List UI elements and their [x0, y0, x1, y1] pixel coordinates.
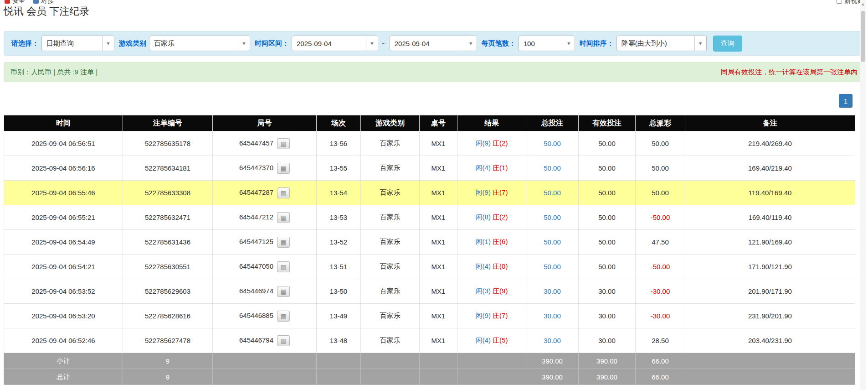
records-tfoot: 小计9390.00390.0066.00总计9390.00390.0066.00	[4, 353, 855, 385]
total-bet-link[interactable]: 30.00	[544, 287, 561, 295]
roadmap-icon[interactable]: ▦	[277, 311, 290, 322]
total-game_type	[361, 369, 420, 385]
total-bet-link[interactable]: 50.00	[544, 213, 561, 221]
summary-notice: 同局有效投注，统一计算在该局第一张注单内	[721, 68, 858, 77]
date-from-value: 2025-09-04	[292, 36, 366, 51]
roadmap-icon[interactable]: ▦	[277, 261, 290, 272]
column-header-game_type: 游戏类别	[361, 115, 420, 131]
top-link-1[interactable]: 安全	[5, 0, 25, 5]
cell-remark: 219.40/269.40	[685, 131, 855, 156]
cell-table-no: MX1	[420, 205, 457, 230]
chevron-down-icon[interactable]: ▾	[465, 36, 477, 51]
roadmap-icon[interactable]: ▦	[277, 187, 290, 198]
cell-round-id: 645446794▦	[213, 328, 317, 353]
subtotal-game_type	[361, 353, 420, 369]
table-row[interactable]: 2025-09-04 06:53:20522785628616645446885…	[4, 304, 855, 328]
table-row[interactable]: 2025-09-04 06:54:49522785631436645447125…	[4, 230, 855, 255]
cell-valid-bet: 30.00	[579, 328, 636, 353]
cell-game-type: 百家乐	[361, 205, 420, 230]
roadmap-icon[interactable]: ▦	[277, 335, 290, 346]
roadmap-icon[interactable]: ▦	[277, 138, 290, 149]
cell-game-type: 百家乐	[361, 255, 420, 279]
cell-session: 13-50	[317, 279, 361, 304]
total-bet-link[interactable]: 30.00	[544, 337, 561, 344]
table-row[interactable]: 2025-09-04 06:53:52522785629603645446974…	[4, 279, 855, 304]
cell-session: 13-52	[317, 230, 361, 255]
cell-round-id: 645447125▦	[213, 230, 317, 255]
cell-round-id: 645447287▦	[213, 181, 317, 205]
subtotal-session	[317, 353, 361, 369]
chevron-down-icon[interactable]: ▾	[694, 36, 706, 51]
cell-session: 13-55	[317, 156, 361, 181]
top-link-2[interactable]: 对接	[33, 0, 54, 5]
cell-game-type: 百家乐	[361, 181, 420, 205]
result-player: 闲(8)	[476, 213, 491, 221]
date-to-combobox[interactable]: 2025-09-04 ▾	[390, 36, 477, 51]
vertical-scrollbar-thumb[interactable]	[861, 11, 865, 62]
total-bet-link[interactable]: 30.00	[544, 312, 561, 320]
result-player: 闲(3)	[476, 287, 491, 295]
cell-game-type: 百家乐	[361, 304, 420, 328]
table-row[interactable]: 2025-09-04 06:55:46522785633308645447287…	[4, 181, 855, 205]
cell-valid-bet: 50.00	[579, 156, 636, 181]
cell-table-no: MX1	[420, 230, 457, 255]
roadmap-icon[interactable]: ▦	[277, 286, 290, 297]
roadmap-icon[interactable]: ▦	[277, 212, 290, 223]
cell-valid-bet: 50.00	[579, 181, 636, 205]
cell-time: 2025-09-04 06:54:49	[4, 230, 123, 255]
scroll-up-icon[interactable]: ▲	[860, 2, 866, 6]
table-row[interactable]: 2025-09-04 06:54:21522785630551645447050…	[4, 255, 855, 279]
cell-session: 13-56	[317, 131, 361, 156]
filter-label-page-size: 每页笔数：	[482, 39, 516, 48]
sort-order-combobox[interactable]: 降幂(由大到小) ▾	[616, 36, 707, 51]
cell-result: 闲(4) 庄(5)	[457, 328, 526, 353]
cell-bet-id: 522785630551	[123, 255, 213, 279]
filter-label-query-type: 请选择：	[11, 39, 39, 48]
roadmap-icon[interactable]: ▦	[277, 163, 290, 174]
table-row[interactable]: 2025-09-04 06:56:51522785635178645447457…	[4, 131, 855, 156]
cell-total-bet: 50.00	[526, 230, 579, 255]
table-row[interactable]: 2025-09-04 06:56:16522785634181645447370…	[4, 156, 855, 181]
new-window-button[interactable]: 新视窗	[837, 0, 863, 5]
round-id-value: 645447370	[239, 163, 273, 171]
chevron-down-icon[interactable]: ▾	[238, 36, 250, 51]
cell-table-no: MX1	[420, 181, 457, 205]
game-type-combobox[interactable]: 百家乐 ▾	[149, 36, 250, 51]
cell-table-no: MX1	[420, 328, 457, 353]
cell-result: 闲(4) 庄(1)	[457, 156, 526, 181]
cell-time: 2025-09-04 06:53:52	[4, 279, 123, 304]
date-from-combobox[interactable]: 2025-09-04 ▾	[292, 36, 378, 51]
cell-bet-id: 522785632471	[123, 205, 213, 230]
cell-game-type: 百家乐	[361, 328, 420, 353]
round-id-value: 645447050	[239, 262, 273, 270]
cell-table-no: MX1	[420, 279, 457, 304]
search-button[interactable]: 查询	[713, 36, 742, 52]
chevron-down-icon[interactable]: ▾	[563, 36, 575, 51]
table-header-row: 时间注单编号局号场次游戏类别桌号结果总投注有效投注总派彩备注	[4, 115, 855, 131]
query-type-combobox[interactable]: 日期查询 ▾	[41, 36, 114, 51]
result-player: 闲(1)	[476, 238, 491, 245]
cell-payout: -50.00	[636, 255, 685, 279]
page-size-combobox[interactable]: 100 ▾	[519, 36, 575, 51]
total-bet-link[interactable]: 50.00	[544, 140, 561, 147]
subtotal-bet_id: 9	[123, 353, 213, 369]
total-bet-link[interactable]: 50.00	[544, 263, 561, 270]
table-row[interactable]: 2025-09-04 06:52:46522785627478645446794…	[4, 328, 855, 353]
cell-payout: 50.00	[636, 156, 685, 181]
chevron-down-icon[interactable]: ▾	[366, 36, 378, 51]
summary-bar: 币别：人民币 | 总共 :9 注单 | 同局有效投注，统一计算在该局第一张注单内	[4, 62, 864, 82]
records-tbody: 2025-09-04 06:56:51522785635178645447457…	[4, 131, 855, 353]
table-row[interactable]: 2025-09-04 06:55:21522785632471645447212…	[4, 205, 855, 230]
cell-bet-id: 522785631436	[123, 230, 213, 255]
summary-currency-count: 币别：人民币 | 总共 :9 注单 |	[10, 68, 98, 77]
column-header-time: 时间	[4, 115, 123, 131]
page-1-button[interactable]: 1	[839, 94, 853, 108]
total-bet-link[interactable]: 50.00	[544, 164, 561, 172]
page-title: 悦讯 会员 下注纪录	[4, 5, 868, 18]
roadmap-icon[interactable]: ▦	[277, 237, 290, 248]
vertical-scrollbar-track[interactable]: ▲	[860, 0, 866, 390]
result-banker: 庄(6)	[493, 238, 508, 245]
total-bet-link[interactable]: 50.00	[544, 238, 561, 246]
total-bet-link[interactable]: 50.00	[544, 189, 561, 197]
chevron-down-icon[interactable]: ▾	[102, 36, 114, 51]
